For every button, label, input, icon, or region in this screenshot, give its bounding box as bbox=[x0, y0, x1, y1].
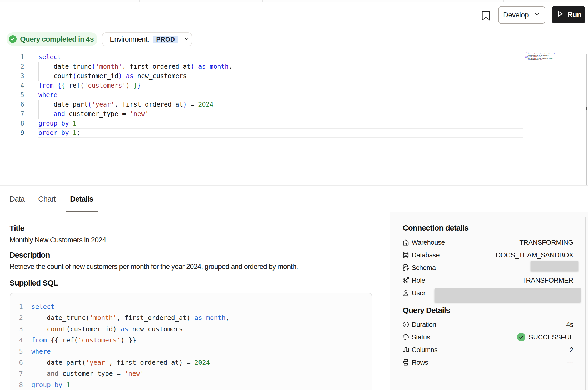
row-value: DOCS_TEAM_SANDBOX bbox=[496, 251, 573, 259]
code-line: 2 date_trunc('month', first_ordered_at) … bbox=[10, 312, 352, 323]
row-label: Schema bbox=[412, 264, 436, 272]
warehouse-icon bbox=[402, 238, 410, 246]
code-line: 1select bbox=[0, 52, 588, 62]
run-label: Run bbox=[567, 11, 581, 19]
panel-scrollbar[interactable] bbox=[585, 217, 586, 390]
row-label: User bbox=[412, 289, 425, 297]
database-row: DatabaseDOCS_TEAM_SANDBOX bbox=[402, 249, 573, 261]
code-text: from {{ ref('customers') }} bbox=[38, 81, 141, 90]
results-tab-bar: DataChartDetails bbox=[0, 185, 588, 212]
description-value: Retrieve the count of new customers per … bbox=[9, 263, 298, 271]
user-value-redacted bbox=[435, 288, 581, 302]
tab-chart[interactable]: Chart bbox=[38, 186, 56, 212]
tab-data[interactable]: Data bbox=[9, 186, 24, 212]
editor-scrollbar-track[interactable] bbox=[586, 54, 587, 185]
line-number: 2 bbox=[10, 312, 23, 323]
database-icon bbox=[402, 251, 410, 259]
line-number: 7 bbox=[0, 109, 24, 119]
environment-selector[interactable]: Environment: PROD bbox=[102, 32, 192, 46]
minimap-code: select date_trunc('month', first_ordered… bbox=[525, 52, 530, 62]
code-text: date_part('year', first_ordered_at) = 20… bbox=[31, 357, 210, 368]
code-text: select bbox=[31, 301, 55, 312]
user-icon bbox=[402, 289, 410, 297]
schema-icon bbox=[402, 264, 410, 272]
row-value: SUCCESSFUL bbox=[517, 333, 573, 341]
row-value: TRANSFORMING bbox=[519, 238, 573, 247]
code-text: and customer_type = 'new' bbox=[38, 109, 149, 119]
indent-guide bbox=[38, 62, 39, 81]
code-line: 6 date_part('year', first_ordered_at) = … bbox=[10, 357, 352, 368]
row-label: Duration bbox=[412, 321, 436, 329]
supplied-sql-heading: Supplied SQL bbox=[9, 278, 58, 287]
row-value: 2 bbox=[570, 346, 573, 354]
sql-editor[interactable]: 1select2 date_trunc('month', first_order… bbox=[0, 52, 588, 185]
code-line: 7 and customer_type = 'new' bbox=[0, 109, 588, 119]
line-number: 5 bbox=[10, 346, 23, 357]
code-line: 7 and customer_type = 'new' bbox=[10, 368, 352, 379]
editor-scrollbar-thumb[interactable] bbox=[586, 107, 587, 110]
run-button[interactable]: Run bbox=[552, 6, 585, 23]
code-text: where bbox=[31, 346, 51, 357]
code-line: 3 count(customer_id) as new_customers bbox=[0, 71, 588, 81]
line-number: 1 bbox=[10, 301, 23, 312]
develop-menu-button[interactable]: Develop bbox=[498, 6, 545, 24]
code-line: 3 count(customer_id) as new_customers bbox=[10, 324, 352, 335]
rows-icon bbox=[402, 359, 410, 366]
code-text: date_part('year', first_ordered_at) = 20… bbox=[38, 100, 213, 109]
description-heading: Description bbox=[9, 251, 50, 259]
status-icon bbox=[402, 333, 410, 341]
rows-row: Rows--- bbox=[402, 356, 573, 369]
details-panel: Title Monthly New Customers in 2024 Desc… bbox=[0, 212, 390, 390]
connection-details-panel: Connection details WarehouseTRANSFORMING… bbox=[390, 212, 588, 390]
code-text: and customer_type = 'new' bbox=[31, 368, 144, 379]
code-line: 8group by 1 bbox=[10, 379, 352, 390]
editor-minimap[interactable]: select date_trunc('month', first_ordered… bbox=[525, 52, 554, 64]
tab-details[interactable]: Details bbox=[70, 186, 93, 212]
connection-details-heading: Connection details bbox=[403, 223, 468, 232]
row-label: Database bbox=[412, 251, 440, 259]
success-check-icon bbox=[517, 333, 525, 341]
schema-icon bbox=[402, 264, 410, 271]
row-value: 4s bbox=[566, 321, 573, 329]
row-value-text: SUCCESSFUL bbox=[529, 333, 573, 341]
indent-guide bbox=[38, 100, 39, 119]
chevron-down-icon bbox=[533, 11, 540, 19]
duration-icon bbox=[402, 321, 410, 328]
file-tab-strip bbox=[0, 0, 588, 2]
code-text: count(customer_id) as new_customers bbox=[38, 71, 187, 81]
code-line: 5where bbox=[10, 346, 352, 357]
warehouse-icon bbox=[402, 239, 410, 246]
line-number: 4 bbox=[10, 335, 23, 346]
check-icon bbox=[10, 37, 15, 42]
code-text: group by 1 bbox=[38, 119, 77, 128]
toolbar: Develop Run bbox=[0, 2, 588, 27]
code-text: date_trunc('month', first_ordered_at) as… bbox=[38, 62, 232, 71]
columns-icon bbox=[402, 346, 410, 354]
row-label: Status bbox=[412, 333, 430, 341]
file-tab-separator bbox=[54, 0, 54, 2]
play-icon bbox=[556, 10, 564, 20]
minimap-line: order by 1; bbox=[525, 61, 530, 62]
row-value-text: TRANSFORMING bbox=[519, 238, 573, 247]
line-number: 8 bbox=[10, 379, 23, 390]
chevron-down-icon bbox=[533, 11, 540, 18]
code-line: 1select bbox=[10, 301, 352, 312]
code-line: 4from {{ ref('customers') }} bbox=[10, 335, 352, 346]
file-tab-separator bbox=[345, 0, 345, 2]
code-text: select bbox=[38, 52, 61, 62]
line-number: 8 bbox=[0, 119, 24, 128]
role-icon bbox=[402, 277, 410, 284]
line-number: 1 bbox=[0, 52, 24, 62]
row-label: Rows bbox=[412, 358, 428, 367]
line-number: 3 bbox=[0, 71, 24, 81]
code-line: 6 date_part('year', first_ordered_at) = … bbox=[0, 100, 588, 109]
role-row: RoleTRANSFORMER bbox=[402, 274, 573, 287]
file-tab-separator bbox=[503, 0, 504, 2]
query-status-text: Query completed in 4s bbox=[20, 35, 94, 43]
bookmark-icon[interactable] bbox=[481, 11, 490, 21]
status-icon bbox=[402, 333, 410, 341]
environment-value-badge: PROD bbox=[153, 36, 178, 43]
row-value: TRANSFORMER bbox=[522, 276, 573, 284]
row-label: Columns bbox=[412, 346, 437, 354]
line-number: 6 bbox=[10, 357, 23, 368]
